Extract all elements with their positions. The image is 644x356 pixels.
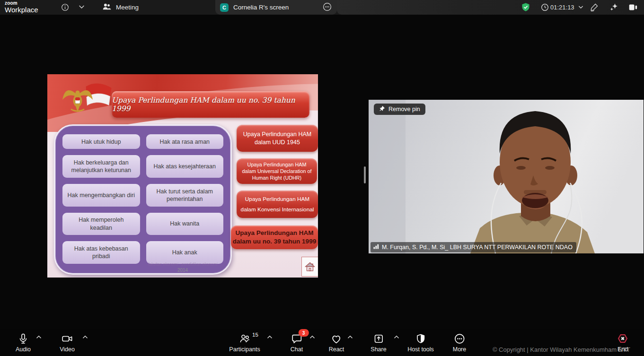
more-button[interactable]: More: [453, 332, 466, 353]
meeting-timer: 01:21:13: [550, 4, 574, 11]
host-tools-label: Host tools: [407, 346, 434, 353]
tab-meeting-label: Meeting: [116, 4, 139, 11]
zoom-workplace-logo: zoom Workplace: [5, 1, 38, 13]
audio-options-caret[interactable]: [35, 335, 42, 339]
react-options-caret[interactable]: [347, 335, 353, 339]
tab-options-ellipsis-icon[interactable]: [322, 2, 332, 13]
tab-screen-share[interactable]: C Cornelia R's screen: [215, 0, 337, 15]
right-item: Hak turut serta dalam pemerintahan: [146, 184, 224, 207]
chat-options-caret[interactable]: [309, 335, 316, 339]
annotate-pen-icon[interactable]: [590, 2, 599, 12]
chat-label: Chat: [291, 346, 303, 353]
home-icon: [304, 261, 316, 272]
slide-title-banner: Upaya Perlindungan HAM dalam uu no. 39 t…: [112, 91, 309, 118]
garuda-pancasila-emblem: [60, 78, 115, 116]
panel-resize-handle[interactable]: [364, 166, 366, 183]
tab-screen-share-label: Cornelia R's screen: [233, 4, 318, 11]
participants-label: Participants: [229, 346, 260, 353]
video-button[interactable]: Video: [60, 332, 75, 353]
view-layout-icon[interactable]: [628, 3, 638, 12]
meeting-info-icon[interactable]: [61, 3, 70, 12]
right-item: Hak ata rasa aman: [146, 134, 224, 149]
right-item: Hak atas kesejahteraan: [146, 155, 224, 178]
chevron-down-icon[interactable]: [79, 5, 85, 9]
audio-button[interactable]: Audio: [16, 332, 31, 353]
right-item: Hak atas kebebasan pribadi: [62, 241, 140, 264]
host-tools-button[interactable]: Host tools: [407, 332, 434, 353]
chat-button[interactable]: 3 Chat: [291, 332, 303, 353]
signal-bars-icon: [373, 244, 379, 251]
right-item: Hak berkeluarga dan melanjutkan keturuna…: [62, 155, 140, 178]
right-item: Hak utuk hidup: [62, 134, 140, 149]
clock-icon: [541, 3, 549, 11]
avatar: C: [220, 3, 229, 12]
end-meeting-button[interactable]: End: [617, 332, 628, 353]
camera-icon: [61, 332, 73, 345]
participants-count: 15: [252, 332, 258, 338]
share-button[interactable]: Share: [371, 332, 386, 353]
meeting-stage: Upaya Perlindungan HAM dalam uu no. 39 t…: [0, 15, 644, 329]
heart-icon: [330, 332, 343, 345]
share-label: Share: [371, 346, 386, 353]
side-box-konvensi: Upaya Perlindungan HAM dalam Konvensi In…: [237, 191, 318, 218]
tab-meeting[interactable]: Meeting: [97, 0, 143, 15]
side-box-udhr: Upaya Perlindungan HAM dalam Universal D…: [237, 158, 317, 184]
slide-watermark: fakultas ekonomi - pendidikan ekonomi: [47, 262, 318, 267]
remove-pin-label: Remove pin: [388, 106, 420, 113]
slide-year: 2014: [47, 268, 318, 273]
more-label: More: [453, 346, 466, 353]
pin-icon: [379, 105, 385, 113]
chat-icon: 3: [291, 332, 303, 345]
zoom-meeting-window: zoom Workplace Meeting C Cornelia R's sc…: [0, 0, 644, 356]
participants-icon: 15: [238, 332, 251, 345]
slide-home-button: [301, 257, 318, 277]
video-label: Video: [60, 346, 75, 353]
side-box-uud-1945: Upaya Perlindungan HAM dalam UUD 1945: [237, 125, 318, 152]
participants-button[interactable]: 15 Participants: [229, 332, 260, 353]
host-tools-shield-icon: [415, 332, 426, 345]
participant-video-frame: [369, 100, 644, 253]
ai-companion-sparkle-icon[interactable]: [609, 2, 618, 12]
meeting-toolbar: Audio Video 15 Participants: [0, 329, 644, 356]
slide-title: Upaya Perlindungan HAM dalam uu no. 39 t…: [112, 96, 309, 113]
right-item: Hak mengembangkan diri: [62, 184, 140, 207]
react-label: React: [329, 346, 344, 353]
participant-name-tag: M. Furqan, S. Pd., M. Si_ LBH SURYA NTT …: [371, 242, 576, 252]
copyright-watermark: © Copyright | Kantor Wilayah Kemenkumham…: [493, 346, 630, 353]
more-ellipsis-icon: [453, 332, 465, 345]
share-screen-icon: [373, 332, 384, 345]
security-shield-check-icon[interactable]: [521, 2, 530, 12]
video-options-caret[interactable]: [82, 335, 88, 339]
react-button[interactable]: React: [329, 332, 344, 353]
end-call-icon: [617, 332, 628, 345]
remove-pin-button[interactable]: Remove pin: [374, 104, 425, 115]
shared-screen-slide: Upaya Perlindungan HAM dalam uu no. 39 t…: [47, 74, 318, 278]
right-item: Hak anak: [146, 241, 224, 264]
audio-label: Audio: [16, 346, 31, 353]
rights-panel: Hak utuk hidup Hak ata rasa aman Hak ber…: [54, 124, 232, 275]
side-box-uu-39-1999: Upaya Perlindungan HAM dalam uu no. 39 t…: [231, 226, 318, 249]
top-bar: zoom Workplace Meeting C Cornelia R's sc…: [0, 0, 644, 15]
participants-options-caret[interactable]: [266, 335, 273, 339]
logo-line1: zoom: [5, 1, 38, 6]
mic-icon: [18, 332, 29, 345]
chat-unread-badge: 3: [299, 329, 309, 337]
share-options-caret[interactable]: [393, 335, 400, 339]
right-item: Hak wanita: [146, 213, 224, 235]
timer-chevron-down-icon[interactable]: [578, 5, 583, 9]
participant-name: M. Furqan, S. Pd., M. Si_ LBH SURYA NTT …: [382, 244, 573, 251]
right-item: Hak memperoleh keadilan: [62, 213, 140, 235]
people-icon: [102, 2, 112, 13]
logo-line2: Workplace: [5, 6, 38, 13]
end-label: End: [618, 346, 628, 353]
pinned-video-tile[interactable]: Remove pin M. Furqan, S. Pd., M. Si_ LBH…: [369, 100, 644, 253]
